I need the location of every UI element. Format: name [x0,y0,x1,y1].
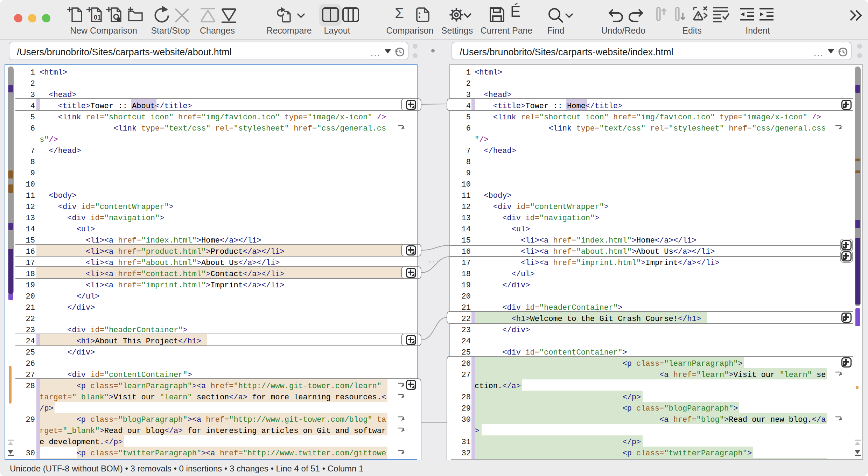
svg-text:01: 01 [94,14,101,21]
